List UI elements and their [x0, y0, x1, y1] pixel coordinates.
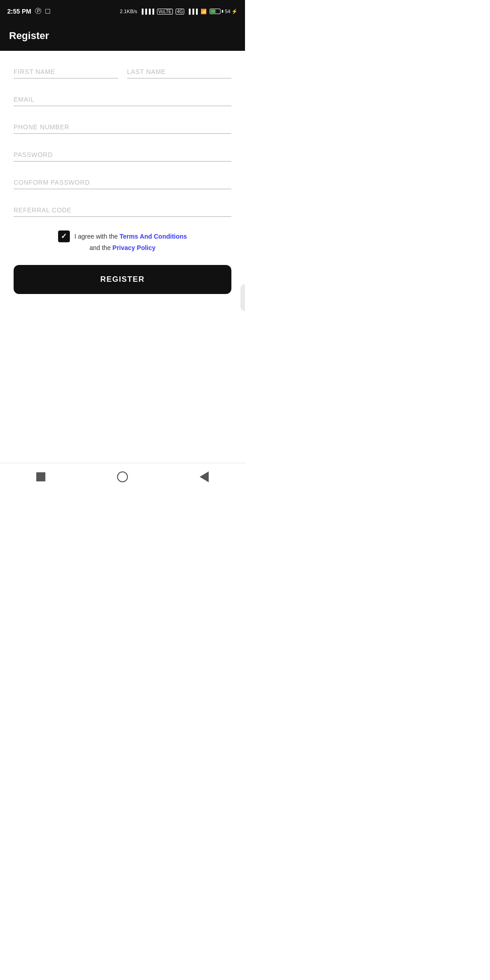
phone-input[interactable] — [14, 120, 231, 134]
referral-code-field — [14, 203, 231, 217]
status-bar: 2:55 PM Ⓟ ☐ 2.1KB/s ▐▐▐▐ VoLTE 4G ▐▐▐ 📶 … — [0, 0, 245, 23]
recent-apps-button[interactable] — [32, 468, 50, 486]
checkmark-icon: ✓ — [61, 233, 67, 240]
last-name-field — [127, 64, 231, 78]
square-icon — [36, 472, 45, 481]
signal-icon: ▐▐▐▐ — [140, 9, 154, 14]
wifi-icon: 📶 — [201, 9, 207, 15]
phone-field — [14, 120, 231, 134]
4g-icon: 4G — [176, 9, 184, 15]
battery-icon: 54 ⚡ — [210, 9, 238, 15]
home-button[interactable] — [113, 468, 132, 486]
status-right: 2.1KB/s ▐▐▐▐ VoLTE 4G ▐▐▐ 📶 54 ⚡ — [120, 9, 238, 15]
password-field — [14, 147, 231, 162]
right-hint — [240, 284, 245, 311]
last-name-input[interactable] — [127, 64, 231, 78]
signal2-icon: ▐▐▐ — [187, 9, 197, 14]
back-icon — [200, 471, 209, 482]
terms-checkbox[interactable]: ✓ — [58, 230, 70, 242]
email-input[interactable] — [14, 92, 231, 106]
terms-row: ✓ I agree with the Terms And Conditions — [58, 230, 187, 242]
password-input[interactable] — [14, 147, 231, 162]
referral-code-input[interactable] — [14, 203, 231, 217]
battery-percent: 54 — [225, 9, 230, 14]
first-name-input[interactable] — [14, 64, 118, 78]
screen-icon: ☐ — [45, 8, 51, 15]
bottom-nav — [0, 463, 245, 490]
back-button[interactable] — [195, 468, 213, 486]
confirm-password-input[interactable] — [14, 175, 231, 189]
first-name-field — [14, 64, 118, 78]
register-form: ✓ I agree with the Terms And Conditions … — [0, 51, 245, 312]
page-header: Register — [0, 23, 245, 51]
register-button[interactable]: REGISTER — [14, 265, 231, 294]
home-icon — [117, 471, 128, 482]
email-field — [14, 92, 231, 106]
name-row — [14, 64, 231, 78]
volte-icon: VoLTE — [157, 9, 173, 15]
speed-text: 2.1KB/s — [120, 9, 137, 14]
terms-text: I agree with the Terms And Conditions — [74, 233, 187, 240]
page-title: Register — [9, 30, 49, 41]
p-icon: Ⓟ — [35, 7, 41, 15]
status-time: 2:55 PM — [7, 8, 31, 15]
status-left: 2:55 PM Ⓟ ☐ — [7, 7, 51, 15]
terms-row2: and the Privacy Policy — [89, 244, 156, 251]
terms-link[interactable]: Terms And Conditions — [120, 233, 187, 240]
terms-section: ✓ I agree with the Terms And Conditions … — [14, 230, 231, 251]
confirm-password-field — [14, 175, 231, 189]
privacy-link[interactable]: Privacy Policy — [113, 244, 156, 251]
